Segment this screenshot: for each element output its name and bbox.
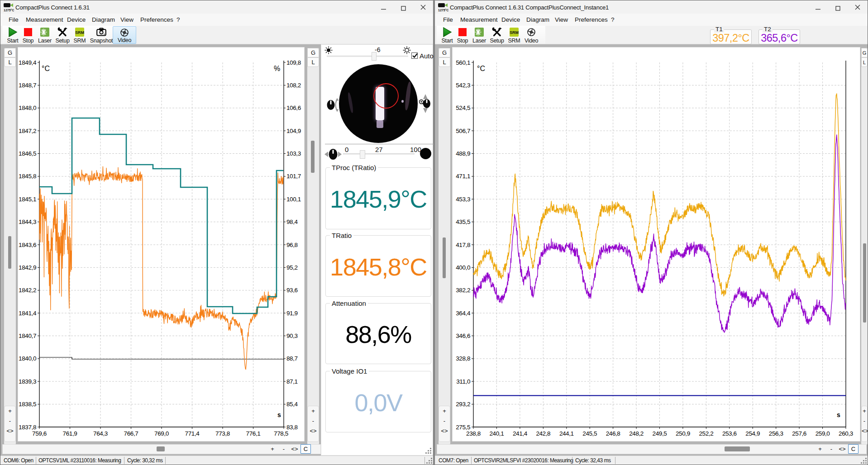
svg-text:249,5: 249,5 <box>653 430 667 437</box>
svg-text:250,9: 250,9 <box>676 430 690 437</box>
svg-text:471,1: 471,1 <box>456 173 470 180</box>
svg-text:87,1: 87,1 <box>286 378 298 385</box>
svg-text:101,7: 101,7 <box>286 173 301 180</box>
svg-text:83,8: 83,8 <box>286 424 298 431</box>
svg-text:761,9: 761,9 <box>63 430 77 437</box>
svg-text:109,8: 109,8 <box>286 59 301 66</box>
svg-text:1841,4: 1841,4 <box>19 310 37 317</box>
svg-text:238,8: 238,8 <box>466 430 481 437</box>
svg-text:244,1: 244,1 <box>559 430 574 437</box>
svg-text:293,2: 293,2 <box>456 401 470 408</box>
svg-text:1842,9: 1842,9 <box>19 264 36 271</box>
svg-text:254,9: 254,9 <box>745 430 760 437</box>
svg-text:240,1: 240,1 <box>490 430 504 437</box>
svg-text:417,8: 417,8 <box>456 242 470 248</box>
svg-text:488,9: 488,9 <box>456 150 470 157</box>
svg-text:106,6: 106,6 <box>286 104 301 111</box>
svg-text:260,3: 260,3 <box>839 430 853 437</box>
svg-text:766,7: 766,7 <box>124 430 138 437</box>
svg-text:364,4: 364,4 <box>456 310 471 317</box>
svg-text:SRM: SRM <box>510 30 519 35</box>
svg-text:1839,3: 1839,3 <box>19 378 36 385</box>
svg-text:778,5: 778,5 <box>274 430 288 437</box>
svg-text:85,4: 85,4 <box>286 401 298 408</box>
svg-text:°C: °C <box>42 65 50 72</box>
svg-text:769,0: 769,0 <box>154 430 169 437</box>
svg-text:764,3: 764,3 <box>93 430 108 437</box>
svg-text:257,6: 257,6 <box>792 430 806 437</box>
svg-text:241,4: 241,4 <box>513 430 528 437</box>
svg-text:1844,3: 1844,3 <box>19 218 36 225</box>
svg-text:242,8: 242,8 <box>536 430 550 437</box>
svg-text:259,0: 259,0 <box>816 430 830 437</box>
svg-text:95,2: 95,2 <box>286 264 298 271</box>
svg-text:382,2: 382,2 <box>456 287 470 294</box>
svg-text:1847,2: 1847,2 <box>19 128 36 134</box>
svg-text:776,1: 776,1 <box>246 430 261 437</box>
svg-text:1275°C: 1275°C <box>438 9 448 12</box>
svg-text:542,3: 542,3 <box>456 82 470 89</box>
svg-text:524,5: 524,5 <box>456 104 470 111</box>
svg-text:1845,8: 1845,8 <box>19 173 36 180</box>
svg-text:328,8: 328,8 <box>456 355 470 362</box>
svg-text:1848,7: 1848,7 <box>19 82 36 89</box>
svg-text:104,9: 104,9 <box>286 128 301 134</box>
svg-text:103,3: 103,3 <box>286 150 301 157</box>
svg-text:100,1: 100,1 <box>286 196 301 203</box>
svg-text:88,7: 88,7 <box>286 355 298 362</box>
svg-text:256,3: 256,3 <box>769 430 783 437</box>
svg-text:1837,8: 1837,8 <box>19 424 36 431</box>
svg-text:°C: °C <box>477 65 485 72</box>
svg-text:93,6: 93,6 <box>286 287 298 294</box>
svg-text:91,9: 91,9 <box>286 310 298 317</box>
svg-text:SRM: SRM <box>75 30 84 35</box>
svg-text:s: s <box>837 411 840 418</box>
svg-text:1846,5: 1846,5 <box>19 150 36 157</box>
svg-text:560,1: 560,1 <box>456 59 470 66</box>
svg-text:275,5: 275,5 <box>456 424 470 431</box>
svg-text:1838,5: 1838,5 <box>19 401 36 408</box>
svg-text:759,6: 759,6 <box>32 430 47 437</box>
svg-text:246,8: 246,8 <box>606 430 620 437</box>
svg-text:90,3: 90,3 <box>286 332 298 339</box>
svg-text:346,6: 346,6 <box>456 332 470 339</box>
svg-text:311,0: 311,0 <box>456 378 470 385</box>
svg-text:1843,6: 1843,6 <box>19 242 36 248</box>
svg-text:1845,1: 1845,1 <box>19 196 36 203</box>
svg-text:245,5: 245,5 <box>582 430 597 437</box>
svg-text:771,4: 771,4 <box>185 430 200 437</box>
svg-text:1842,2: 1842,2 <box>19 287 36 294</box>
svg-text:248,2: 248,2 <box>629 430 644 437</box>
svg-text:98,4: 98,4 <box>286 218 298 225</box>
svg-text:435,5: 435,5 <box>456 218 470 225</box>
svg-text:1275°C: 1275°C <box>4 9 14 12</box>
svg-text:108,2: 108,2 <box>286 82 301 89</box>
svg-text:s: s <box>277 411 281 418</box>
svg-text:400,0: 400,0 <box>456 264 470 271</box>
svg-text:506,7: 506,7 <box>456 128 470 134</box>
svg-text:1840,7: 1840,7 <box>19 332 36 339</box>
svg-text:96,8: 96,8 <box>286 242 298 248</box>
svg-text:773,8: 773,8 <box>215 430 230 437</box>
svg-text:252,2: 252,2 <box>699 430 714 437</box>
svg-text:1840,0: 1840,0 <box>19 355 36 362</box>
svg-text:1849,4: 1849,4 <box>19 59 37 66</box>
svg-text:%: % <box>274 65 280 72</box>
svg-text:453,3: 453,3 <box>456 196 470 203</box>
svg-text:1848,0: 1848,0 <box>19 104 36 111</box>
svg-text:253,6: 253,6 <box>722 430 737 437</box>
